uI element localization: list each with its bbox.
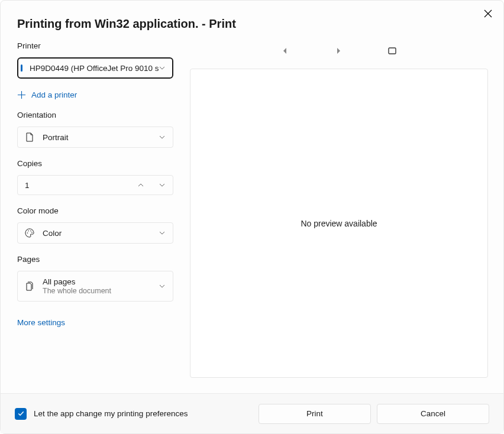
preferences-checkbox[interactable] <box>15 408 27 420</box>
color-mode-selected-text: Color <box>43 229 159 238</box>
close-button[interactable] <box>483 9 493 18</box>
page-portrait-icon <box>25 132 34 142</box>
copies-up-button[interactable] <box>130 176 151 195</box>
preferences-checkbox-label: Let the app change my printing preferenc… <box>34 409 188 418</box>
pages-label: Pages <box>17 255 173 264</box>
dialog-title: Printing from Win32 application. - Print <box>1 1 503 31</box>
copies-label: Copies <box>17 159 173 168</box>
orientation-label: Orientation <box>17 111 173 119</box>
pages-sub-text: The whole document <box>43 287 159 295</box>
printer-select[interactable]: HP9D0449 (HP OfficeJet Pro 9010 se <box>17 57 173 79</box>
prev-page-button[interactable] <box>282 47 289 54</box>
preview-nav <box>190 39 488 63</box>
pages-icon <box>25 281 34 291</box>
more-settings-link[interactable]: More settings <box>17 318 173 327</box>
chevron-down-icon <box>159 182 166 189</box>
svg-point-3 <box>31 232 33 233</box>
print-dialog: Printing from Win32 application. - Print… <box>0 0 504 434</box>
close-icon <box>483 9 493 18</box>
printer-selected-text: HP9D0449 (HP OfficeJet Pro 9010 se <box>25 64 159 73</box>
preview-panel: No preview available <box>190 31 503 393</box>
print-button[interactable]: Print <box>259 404 371 424</box>
add-printer-link[interactable]: Add a printer <box>17 90 173 99</box>
add-printer-label: Add a printer <box>31 90 77 99</box>
svg-point-1 <box>28 231 29 232</box>
printer-label: Printer <box>17 41 173 50</box>
next-page-button[interactable] <box>335 47 342 54</box>
fullscreen-button[interactable] <box>388 47 396 54</box>
copies-value: 1 <box>25 181 130 190</box>
chevron-down-icon <box>159 134 166 141</box>
chevron-down-icon <box>159 64 166 72</box>
chevron-down-icon <box>159 283 166 290</box>
palette-icon <box>25 228 34 238</box>
svg-rect-4 <box>389 48 396 54</box>
plus-icon <box>17 90 26 99</box>
chevron-up-icon <box>137 182 144 189</box>
preferences-checkbox-row: Let the app change my printing preferenc… <box>15 408 253 420</box>
cancel-button[interactable]: Cancel <box>377 404 489 424</box>
footer: Let the app change my printing preferenc… <box>1 393 503 433</box>
color-mode-label: Color mode <box>17 206 173 215</box>
preview-placeholder: No preview available <box>301 219 377 228</box>
pages-select[interactable]: All pages The whole document <box>17 271 173 302</box>
settings-panel: Printer HP9D0449 (HP OfficeJet Pro 9010 … <box>1 31 190 393</box>
check-icon <box>17 410 25 417</box>
pages-selected-text: All pages <box>43 277 159 286</box>
color-mode-select[interactable]: Color <box>17 222 173 244</box>
orientation-selected-text: Portrait <box>43 133 159 142</box>
preview-area: No preview available <box>190 69 488 378</box>
svg-point-0 <box>27 232 28 234</box>
svg-point-2 <box>30 231 31 232</box>
copies-spinner[interactable]: 1 <box>17 175 173 195</box>
orientation-select[interactable]: Portrait <box>17 127 173 148</box>
main-content: Printer HP9D0449 (HP OfficeJet Pro 9010 … <box>1 31 503 393</box>
chevron-down-icon <box>159 229 166 237</box>
copies-down-button[interactable] <box>151 176 173 195</box>
